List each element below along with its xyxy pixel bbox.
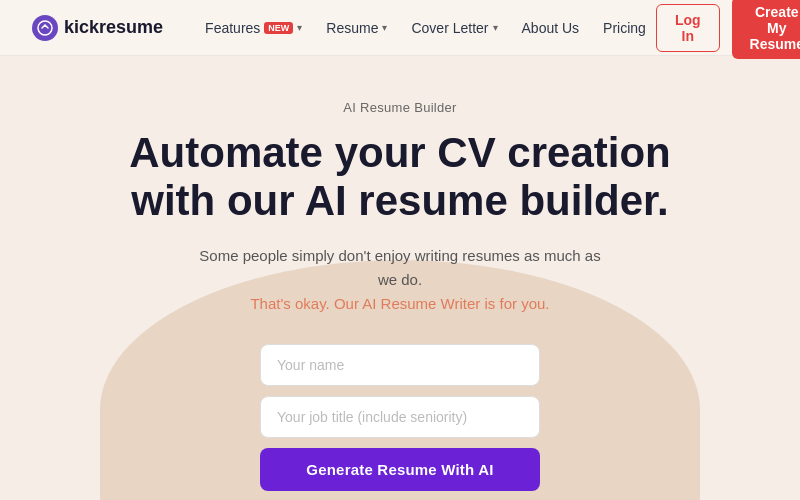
- nav-item-cover-letter[interactable]: Cover Letter ▾: [401, 14, 507, 42]
- cover-chevron-icon: ▾: [493, 22, 498, 33]
- login-button[interactable]: Log In: [656, 4, 720, 52]
- nav-cover-label: Cover Letter: [411, 20, 488, 36]
- nav-actions: Log In Create My Resume: [656, 0, 800, 59]
- navbar: kickresume Features NEW ▾ Resume ▾ Cover…: [0, 0, 800, 56]
- features-chevron-icon: ▾: [297, 22, 302, 33]
- generate-resume-button[interactable]: Generate Resume With AI: [260, 448, 540, 491]
- nav-features-label: Features: [205, 20, 260, 36]
- nav-item-features[interactable]: Features NEW ▾: [195, 14, 312, 42]
- hero-section: AI Resume Builder Automate your CV creat…: [0, 56, 800, 500]
- logo-icon: [32, 15, 58, 41]
- nav-about-label: About Us: [522, 20, 580, 36]
- nav-features-badge: NEW: [264, 22, 293, 34]
- description-line1: Some people simply don't enjoy writing r…: [199, 247, 600, 288]
- job-title-input[interactable]: [260, 396, 540, 438]
- logo-text: kickresume: [64, 17, 163, 38]
- nav-item-about[interactable]: About Us: [512, 14, 590, 42]
- hero-form: Generate Resume With AI It's free to try…: [0, 344, 800, 500]
- name-input[interactable]: [260, 344, 540, 386]
- hero-description: Some people simply don't enjoy writing r…: [190, 244, 610, 316]
- resume-chevron-icon: ▾: [382, 22, 387, 33]
- description-line2: That's okay. Our AI Resume Writer is for…: [250, 295, 549, 312]
- headline-line1: Automate your CV creation: [129, 129, 670, 176]
- hero-subtitle: AI Resume Builder: [343, 100, 456, 115]
- nav-resume-label: Resume: [326, 20, 378, 36]
- logo[interactable]: kickresume: [32, 15, 163, 41]
- svg-point-0: [38, 21, 52, 35]
- nav-item-pricing[interactable]: Pricing: [593, 14, 656, 42]
- create-resume-button[interactable]: Create My Resume: [732, 0, 800, 59]
- nav-pricing-label: Pricing: [603, 20, 646, 36]
- hero-headline: Automate your CV creation with our AI re…: [129, 129, 670, 226]
- nav-links: Features NEW ▾ Resume ▾ Cover Letter ▾ A…: [195, 14, 656, 42]
- headline-line2: with our AI resume builder.: [131, 177, 669, 224]
- nav-item-resume[interactable]: Resume ▾: [316, 14, 397, 42]
